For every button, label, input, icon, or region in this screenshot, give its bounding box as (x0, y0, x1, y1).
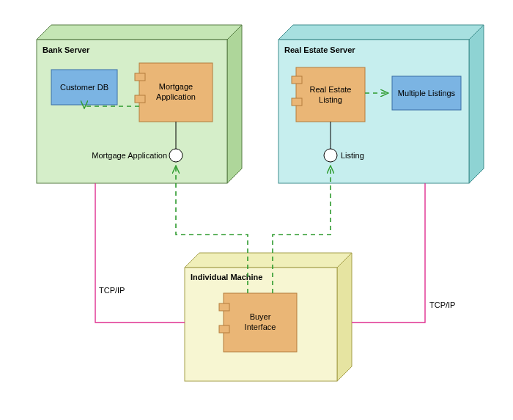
svg-rect-12 (292, 76, 302, 84)
svg-rect-13 (292, 98, 302, 106)
individual-machine-title: Individual Machine (191, 273, 262, 281)
buyer-interface-label-1: Buyer (250, 312, 271, 321)
svg-rect-11 (296, 67, 365, 122)
buyer-interface-component: Buyer Interface (219, 293, 297, 352)
link-tcp-left (95, 183, 185, 323)
svg-rect-20 (219, 303, 229, 311)
tcp-right-label: TCP/IP (429, 301, 455, 309)
mortgage-port-icon (169, 149, 182, 162)
buyer-interface-label-2: Interface (245, 323, 276, 331)
mortgage-port-label: Mortgage Application (92, 151, 167, 160)
listing-port-icon (324, 149, 337, 162)
mortgage-application-component: Mortgage Application (135, 63, 213, 122)
real-estate-server-title: Real Estate Server (284, 45, 355, 54)
multiple-listings-label: Multiple Listings (398, 89, 456, 97)
customer-db: Customer DB (51, 70, 117, 105)
deployment-diagram: Bank Server Customer DB Mortgage Applica… (0, 0, 513, 420)
individual-machine-node: Individual Machine Buyer Interface (185, 253, 352, 381)
svg-rect-6 (135, 95, 145, 103)
svg-marker-1 (227, 25, 242, 183)
real-estate-server-node: Real Estate Server Real Estate Listing M… (278, 25, 484, 183)
real-estate-listing-label-1: Real Estate (310, 85, 352, 94)
real-estate-listing-label-2: Listing (319, 95, 342, 104)
svg-rect-21 (219, 325, 229, 333)
real-estate-listing-component: Real Estate Listing (292, 67, 365, 122)
multiple-listings: Multiple Listings (392, 76, 461, 110)
listing-port-label: Listing (341, 151, 364, 160)
svg-marker-16 (185, 253, 352, 268)
svg-marker-9 (469, 25, 484, 183)
mortgage-app-label-2: Application (156, 92, 196, 101)
tcp-left-label: TCP/IP (99, 286, 125, 295)
bank-server-node: Bank Server Customer DB Mortgage Applica… (37, 25, 242, 183)
mortgage-app-label-1: Mortgage (159, 82, 193, 91)
link-tcp-right (352, 183, 425, 323)
svg-rect-5 (135, 73, 145, 81)
svg-marker-17 (337, 253, 352, 381)
svg-marker-8 (278, 25, 484, 40)
svg-marker-0 (37, 25, 242, 40)
customer-db-label: Customer DB (60, 83, 108, 92)
bank-server-title: Bank Server (43, 45, 90, 54)
